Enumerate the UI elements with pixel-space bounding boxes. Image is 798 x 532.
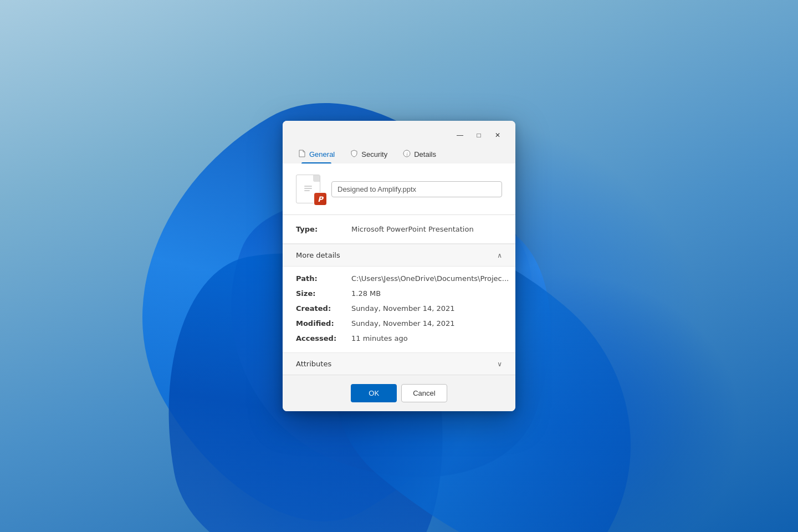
tab-details-label: Details <box>414 150 436 158</box>
created-value: Sunday, November 14, 2021 <box>351 304 455 313</box>
created-label: Created: <box>296 304 351 313</box>
title-bar: — □ ✕ <box>283 121 515 143</box>
modified-label: Modified: <box>296 319 351 328</box>
ok-button[interactable]: OK <box>351 384 397 402</box>
more-details-label: More details <box>296 251 340 259</box>
type-label: Type: <box>296 225 351 233</box>
path-row: Path: C:\Users\Jess\OneDrive\Documents\P… <box>296 271 502 286</box>
dialog-content: P Type: Microsoft PowerPoint Presentatio… <box>283 163 515 375</box>
svg-rect-3 <box>304 188 312 189</box>
accessed-value: 11 minutes ago <box>351 334 408 342</box>
maximize-button[interactable]: □ <box>470 127 488 143</box>
file-properties-dialog: — □ ✕ General Security <box>283 121 515 411</box>
close-button[interactable]: ✕ <box>489 127 507 143</box>
window-controls: — □ ✕ <box>451 127 507 143</box>
dialog-footer: OK Cancel <box>283 375 515 411</box>
security-icon <box>350 150 358 159</box>
minimize-button[interactable]: — <box>451 127 469 143</box>
file-icon: P <box>296 175 323 203</box>
chevron-up-icon: ∧ <box>497 252 502 259</box>
cancel-button[interactable]: Cancel <box>401 384 447 402</box>
details-section: Path: C:\Users\Jess\OneDrive\Documents\P… <box>283 267 515 353</box>
svg-text:i: i <box>407 152 408 157</box>
pptx-letter: P <box>318 195 323 203</box>
tab-security-label: Security <box>361 150 387 158</box>
accessed-label: Accessed: <box>296 334 351 342</box>
chevron-down-icon: ∨ <box>497 360 502 368</box>
modified-value: Sunday, November 14, 2021 <box>351 319 455 328</box>
general-icon <box>298 150 306 159</box>
tab-security[interactable]: Security <box>344 145 394 163</box>
type-row: Type: Microsoft PowerPoint Presentation <box>296 222 502 237</box>
path-label: Path: <box>296 274 351 283</box>
more-details-toggle[interactable]: More details ∧ <box>283 244 515 267</box>
tab-bar: General Security i Details <box>283 143 515 163</box>
svg-rect-4 <box>304 190 310 191</box>
tab-details[interactable]: i Details <box>396 145 443 163</box>
tab-general[interactable]: General <box>291 145 341 163</box>
svg-rect-2 <box>304 186 312 187</box>
size-label: Size: <box>296 289 351 298</box>
type-section: Type: Microsoft PowerPoint Presentation <box>283 215 515 244</box>
file-lines-icon <box>303 183 314 195</box>
accessed-row: Accessed: 11 minutes ago <box>296 331 502 346</box>
modified-row: Modified: Sunday, November 14, 2021 <box>296 316 502 331</box>
created-row: Created: Sunday, November 14, 2021 <box>296 301 502 316</box>
path-value: C:\Users\Jess\OneDrive\Documents\Projec.… <box>351 274 509 283</box>
size-row: Size: 1.28 MB <box>296 286 502 301</box>
tab-general-label: General <box>309 150 335 158</box>
size-value: 1.28 MB <box>351 289 381 298</box>
attributes-label: Attributes <box>296 360 331 368</box>
filename-input[interactable] <box>331 181 502 197</box>
file-header: P <box>283 163 515 215</box>
type-value: Microsoft PowerPoint Presentation <box>351 225 474 233</box>
pptx-badge: P <box>314 192 327 206</box>
details-icon: i <box>403 150 411 159</box>
attributes-toggle[interactable]: Attributes ∨ <box>283 353 515 375</box>
